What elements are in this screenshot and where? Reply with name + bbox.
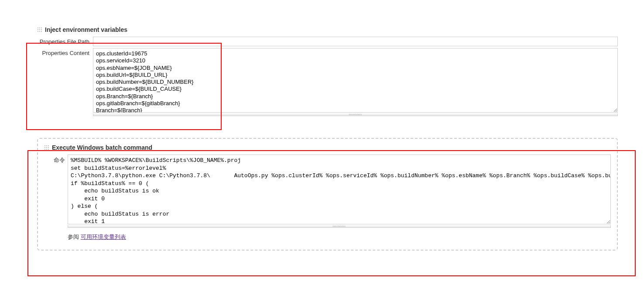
properties-file-path-input[interactable] bbox=[93, 37, 618, 46]
batch-title: Execute Windows batch command bbox=[52, 144, 152, 151]
drag-handle-icon[interactable] bbox=[44, 145, 49, 150]
hint-prefix: 参阅 bbox=[68, 234, 81, 240]
resize-grip[interactable] bbox=[93, 113, 618, 116]
batch-dashed-panel: Execute Windows batch command 命令 参阅 可用环境… bbox=[37, 138, 618, 251]
env-vars-hint: 参阅 可用环境变量列表 bbox=[68, 233, 611, 241]
resize-grip[interactable] bbox=[68, 225, 611, 228]
batch-command-row: 命令 bbox=[44, 155, 611, 228]
inject-env-title: Inject environment variables bbox=[45, 26, 127, 33]
env-vars-link[interactable]: 可用环境变量列表 bbox=[81, 234, 126, 240]
batch-header: Execute Windows batch command bbox=[44, 144, 611, 151]
drag-handle-icon[interactable] bbox=[37, 27, 42, 32]
properties-content-label: Properties Content bbox=[37, 48, 93, 56]
properties-content-textarea[interactable] bbox=[93, 48, 618, 113]
batch-command-label: 命令 bbox=[44, 155, 68, 164]
inject-env-header: Inject environment variables bbox=[37, 26, 618, 33]
properties-file-path-label: Properties File Path bbox=[37, 37, 93, 45]
properties-file-path-row: Properties File Path bbox=[37, 37, 618, 46]
properties-content-row: Properties Content bbox=[37, 48, 618, 116]
inject-env-section: Inject environment variables Properties … bbox=[37, 26, 618, 116]
batch-command-textarea[interactable] bbox=[68, 155, 611, 224]
batch-command-section: Execute Windows batch command 命令 参阅 可用环境… bbox=[37, 138, 618, 251]
